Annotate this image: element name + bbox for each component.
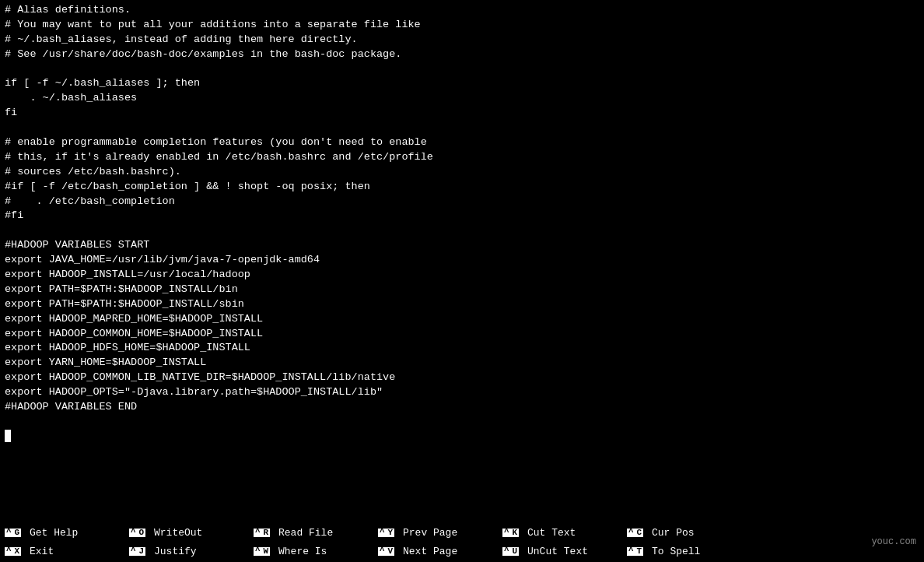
code-line: export HADOOP_COMMON_LIB_NATIVE_DIR=$HAD…: [5, 371, 919, 385]
shortcut-key: ^V: [378, 547, 400, 556]
code-line: # this, if it's already enabled in /etc/…: [5, 150, 919, 165]
shortcut-key: ^W: [254, 547, 275, 556]
shortcut-item[interactable]: ^OWriteOut: [129, 523, 244, 542]
shortcut-item[interactable]: ^CCur Pos: [627, 523, 742, 542]
shortcut-label: Prev Page: [403, 527, 457, 539]
shortcut-key: ^R: [254, 529, 275, 537]
code-line: # Alias definitions.: [5, 3, 919, 18]
shortcut-item[interactable]: ^RRead File: [254, 523, 369, 542]
code-line: export HADOOP_MAPRED_HOME=$HADOOP_INSTAL…: [5, 312, 919, 327]
code-line: [5, 62, 919, 77]
shortcut-group-group4: ^YPrev Page^VNext Page: [373, 522, 498, 562]
code-line: export HADOOP_OPTS="-Djava.library.path=…: [5, 385, 919, 400]
code-line: [5, 430, 919, 444]
code-line: if [ -f ~/.bash_aliases ]; then: [5, 76, 919, 91]
code-line: [5, 415, 919, 430]
shortcut-item[interactable]: ^UUnCut Text: [502, 542, 618, 560]
code-line: export HADOOP_HDFS_HOME=$HADOOP_INSTALL: [5, 341, 919, 356]
shortcut-key: ^J: [129, 547, 151, 556]
code-line: [5, 223, 919, 238]
code-line: # sources /etc/bash.bashrc).: [5, 165, 919, 180]
shortcut-label: WriteOut: [154, 527, 202, 539]
code-line: fi: [5, 106, 919, 121]
shortcut-label: UnCut Text: [527, 546, 588, 557]
code-line: #HADOOP VARIABLES END: [5, 400, 919, 415]
shortcut-label: Where Is: [278, 546, 327, 557]
shortcut-label: Get Help: [30, 527, 78, 539]
code-line: # ~/.bash_aliases, instead of adding the…: [5, 33, 919, 47]
shortcut-item[interactable]: ^YPrev Page: [378, 523, 493, 542]
shortcut-group-group2: ^OWriteOut^JJustify: [124, 522, 249, 562]
shortcut-item[interactable]: ^XExit: [5, 542, 120, 560]
code-line: export HADOOP_INSTALL=/usr/local/hadoop: [5, 268, 919, 283]
shortcut-key: ^X: [5, 547, 26, 556]
code-line: export PATH=$PATH:$HADOOP_INSTALL/bin: [5, 283, 919, 297]
shortcut-item[interactable]: ^VNext Page: [378, 542, 493, 560]
shortcut-label: To Spell: [652, 546, 700, 557]
code-line: # See /usr/share/doc/bash-doc/examples i…: [5, 47, 919, 62]
shortcut-key: ^G: [5, 529, 26, 537]
shortcut-key: ^Y: [378, 529, 400, 537]
code-line: # enable programmable completion feature…: [5, 135, 919, 150]
shortcut-group-group5: ^KCut Text^UUnCut Text: [498, 522, 622, 562]
shortcut-item[interactable]: ^KCut Text: [502, 523, 618, 542]
editor-area[interactable]: # Alias definitions.# You may want to pu…: [0, 0, 924, 522]
code-line: # . /etc/bash_completion: [5, 195, 919, 209]
code-line: export HADOOP_COMMON_HOME=$HADOOP_INSTAL…: [5, 327, 919, 342]
code-line: export JAVA_HOME=/usr/lib/jvm/java-7-ope…: [5, 253, 919, 268]
shortcut-key: ^O: [129, 529, 151, 537]
code-line: export PATH=$PATH:$HADOOP_INSTALL/sbin: [5, 297, 919, 312]
shortcut-group-group3: ^RRead File^WWhere Is: [249, 522, 373, 562]
code-line: # You may want to put all your additions…: [5, 18, 919, 33]
shortcut-key: ^T: [627, 547, 649, 556]
shortcut-group-group6: ^CCur Pos^TTo Spell: [622, 522, 747, 562]
shortcut-item[interactable]: ^TTo Spell: [627, 542, 742, 560]
code-line: [5, 121, 919, 135]
shortcut-item[interactable]: ^JJustify: [129, 542, 244, 560]
shortcut-label: Cut Text: [527, 527, 576, 539]
bottom-bar: ^GGet Help^XExit^OWriteOut^JJustify^RRea…: [0, 522, 924, 562]
code-line: #if [ -f /etc/bash_completion ] && ! sho…: [5, 180, 919, 195]
code-line: . ~/.bash_aliases: [5, 91, 919, 106]
shortcut-label: Exit: [30, 546, 54, 557]
shortcut-item[interactable]: ^WWhere Is: [254, 542, 369, 560]
cursor: [5, 430, 11, 442]
code-line: #fi: [5, 209, 919, 223]
shortcut-label: Next Page: [403, 546, 457, 557]
shortcut-key: ^K: [502, 529, 524, 537]
code-line: export YARN_HOME=$HADOOP_INSTALL: [5, 356, 919, 371]
shortcut-label: Read File: [278, 527, 333, 539]
shortcut-label: Cur Pos: [652, 527, 695, 539]
watermark: youc.com: [871, 522, 924, 562]
shortcut-item[interactable]: ^GGet Help: [5, 523, 120, 542]
shortcut-key: ^C: [627, 529, 649, 537]
code-line: #HADOOP VARIABLES START: [5, 238, 919, 253]
shortcut-key: ^U: [502, 547, 524, 556]
shortcut-label: Justify: [154, 546, 197, 557]
shortcut-group-group1: ^GGet Help^XExit: [0, 522, 124, 562]
